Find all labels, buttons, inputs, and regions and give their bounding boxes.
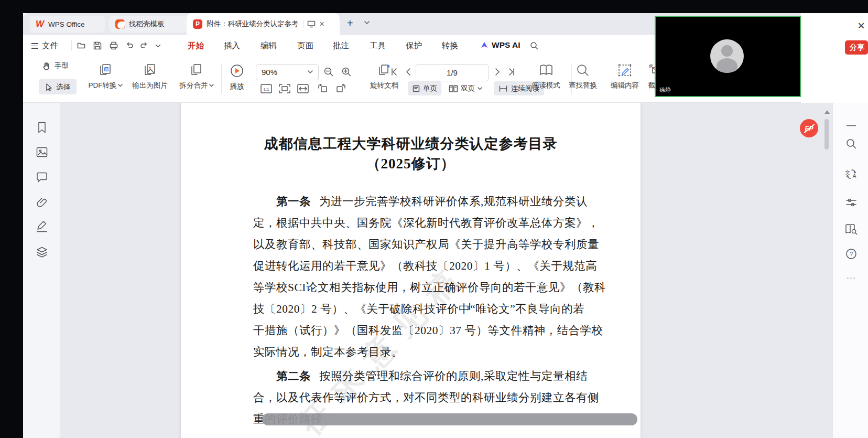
bookmark-icon[interactable] <box>33 119 51 136</box>
text-cursor: Ⅰ <box>467 303 472 312</box>
zoom-in-icon[interactable] <box>341 66 352 78</box>
play-label: 播放 <box>230 82 244 91</box>
layers-icon[interactable] <box>33 243 51 261</box>
page-indicator-input[interactable]: 1/9 <box>416 64 489 81</box>
find-replace-button[interactable]: 查找替换 <box>562 63 604 90</box>
floating-scrollbar[interactable] <box>262 413 637 425</box>
export-image-button[interactable]: 输出为图片 <box>126 63 174 90</box>
rotate-right-icon[interactable] <box>334 83 347 94</box>
video-call-overlay[interactable]: 徐静 <box>655 16 801 97</box>
hand-icon <box>42 61 51 71</box>
chevron-down-icon <box>209 84 214 87</box>
vertical-scrollbar[interactable] <box>824 119 829 149</box>
image-panel-icon[interactable] <box>33 143 51 161</box>
menu-tab-protect[interactable]: 保护 <box>406 40 422 51</box>
docer-icon <box>115 19 125 29</box>
print-icon[interactable] <box>109 41 118 50</box>
tab-docer[interactable]: 找稻壳模板 <box>109 16 187 33</box>
right-sidebar: — 文 A ? ··· <box>832 103 868 438</box>
chevron-down-icon <box>308 70 313 74</box>
menu-search-icon[interactable] <box>529 41 539 50</box>
floating-badge[interactable]: EP <box>800 119 818 137</box>
tab-wps-home[interactable]: W WPS Office <box>29 16 105 33</box>
divider <box>82 63 82 94</box>
open-folder-icon[interactable] <box>77 41 86 50</box>
screen: W WPS Office 找稻壳模板 P 附件：科研业绩分类认定参考 × + <box>0 0 868 438</box>
menu-tab-home[interactable]: 开始 <box>188 40 204 51</box>
single-page-button[interactable]: 单页 <box>408 81 441 95</box>
fit-page-icon[interactable] <box>278 83 291 94</box>
more-options-icon[interactable]: ··· <box>844 270 859 284</box>
actual-size-icon[interactable]: 1:1 <box>260 83 273 94</box>
menu-tab-comment[interactable]: 批注 <box>333 40 349 51</box>
doc-paragraph-line: 第一条为进一步完善学校科研评价体系,规范科研业绩分类认 <box>253 194 625 209</box>
undo-icon[interactable] <box>125 41 134 50</box>
edit-content-button[interactable]: 编辑内容 <box>604 63 646 90</box>
double-page-button[interactable]: 双页 <box>449 81 482 95</box>
scroll-up-arrow[interactable] <box>824 110 830 114</box>
zoom-out-icon[interactable] <box>323 66 334 78</box>
rotate-left-icon[interactable] <box>317 83 329 94</box>
screen-share-icon[interactable] <box>303 20 316 28</box>
pdf-file-icon: P <box>193 19 202 29</box>
chevron-down-icon <box>478 87 482 90</box>
last-page-icon[interactable] <box>507 68 516 76</box>
svg-text:W: W <box>105 68 108 71</box>
menu-tab-convert[interactable]: 转换 <box>442 40 458 51</box>
quick-access-chevron-icon[interactable] <box>155 44 161 48</box>
continuous-read-icon <box>498 85 508 92</box>
sidebar-search-icon[interactable] <box>844 136 859 151</box>
play-button[interactable]: 播放 <box>223 63 251 91</box>
menu-tab-insert[interactable]: 插入 <box>224 40 240 51</box>
divider <box>71 40 72 51</box>
zoom-select[interactable]: 90% <box>256 64 319 80</box>
settings-sliders-icon[interactable] <box>844 195 859 210</box>
translate-icon[interactable]: 文 A <box>844 167 859 181</box>
comment-panel-icon[interactable] <box>33 168 51 186</box>
first-page-icon[interactable] <box>390 68 398 76</box>
doc-paragraph-line: 实际情况，制定本参考目录。 <box>253 344 602 359</box>
window-close-button[interactable]: × <box>853 18 868 33</box>
file-menu[interactable]: 文件 <box>31 40 58 51</box>
save-icon[interactable] <box>93 41 102 50</box>
article-1-label: 第一条 <box>276 195 311 208</box>
attachment-icon[interactable] <box>33 194 51 211</box>
share-button[interactable]: 分享 <box>845 40 868 55</box>
tab-docer-label: 找稻壳模板 <box>129 19 165 29</box>
rotate-document-button[interactable]: 旋转文档 <box>363 63 406 90</box>
wps-ai-menu[interactable]: WPS AI <box>480 40 520 50</box>
next-page-icon[interactable] <box>493 68 501 76</box>
tab-close-icon[interactable]: × <box>320 19 324 29</box>
dictionary-lookup-icon[interactable] <box>844 222 859 237</box>
tab-document-active[interactable]: P 附件：科研业绩分类认定参考 × <box>187 13 340 35</box>
single-page-label: 单页 <box>423 84 437 93</box>
doc-paragraph-line: 定，根据中共中央、国务院《深化新时代教育评价改革总体方案》， <box>253 215 602 230</box>
menu-tab-page[interactable]: 页面 <box>297 40 313 51</box>
left-sidebar <box>23 103 60 438</box>
pdf-convert-label: PDF转换 <box>89 81 123 90</box>
help-icon[interactable]: ? <box>844 247 859 261</box>
read-mode-button[interactable]: 阅读模式 <box>525 63 567 90</box>
pdf-convert-button[interactable]: W PDF转换 <box>83 63 128 90</box>
prev-page-icon[interactable] <box>405 68 413 76</box>
split-merge-button[interactable]: 拆分合并 <box>174 63 219 90</box>
redo-icon[interactable] <box>139 41 149 50</box>
hand-tool-button[interactable]: 手型 <box>42 61 69 71</box>
menu-tab-edit[interactable]: 编辑 <box>261 40 277 51</box>
select-tool-button[interactable]: 选择 <box>39 79 77 94</box>
collapse-icon[interactable]: — <box>844 117 859 132</box>
export-image-icon <box>142 63 158 78</box>
new-tab-button[interactable]: + <box>347 17 353 29</box>
document-viewport[interactable]: 征求意见稿 成都信息工程大学科研业绩分类认定参考目录 （2025修订） 第一条为… <box>60 103 832 438</box>
menu-tab-tools[interactable]: 工具 <box>370 40 386 51</box>
fit-width-icon[interactable] <box>297 83 309 94</box>
rotate-document-label: 旋转文档 <box>370 81 398 90</box>
svg-text:?: ? <box>850 251 853 257</box>
svg-text:A: A <box>853 173 856 179</box>
cursor-arrow-icon <box>45 83 53 91</box>
article-2-label: 第二条 <box>276 370 311 382</box>
signature-pen-icon[interactable] <box>33 218 51 236</box>
double-page-icon <box>449 84 458 93</box>
doc-paragraph-line: 以及教育部、科技部、国家知识产权局《关于提升高等学校专利质量 <box>253 237 602 252</box>
tab-list-chevron-icon[interactable] <box>364 20 370 25</box>
